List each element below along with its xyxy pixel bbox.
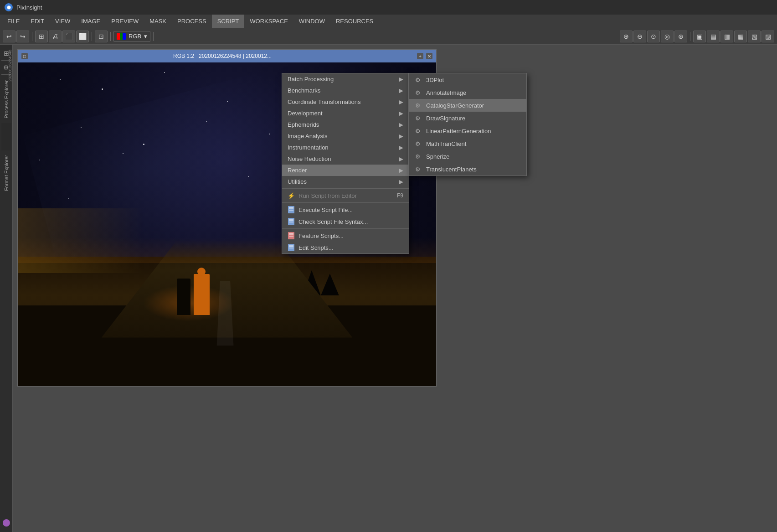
toolbar: ↩ ↪ ⊞ 🖨 ⬛ ⬜ ⊡ RGB ▾ ⊕ ⊖ ⊙ ◎ ⊛ ▣ ▤ ▥ ▦ ▧ … xyxy=(0,28,777,45)
menu-run-script[interactable]: ⚡ Run Script from Editor F9 xyxy=(282,190,409,201)
menu-divider-2 xyxy=(282,202,409,203)
toolbar-separator-1 xyxy=(32,32,32,41)
gear-icon-catalog: ⚙ xyxy=(414,102,422,109)
render-linear-pattern[interactable]: ⚙ LinearPatternGeneration xyxy=(409,124,526,137)
toolbar-separator-3 xyxy=(110,32,111,41)
toolbar-separator-4 xyxy=(153,32,154,41)
color-mode-label: RGB xyxy=(129,33,141,40)
gear-icon-spherize: ⚙ xyxy=(414,153,422,160)
image-window-titlebar: □ RGB 1:2 _20200126224548 | 2020012... 2… xyxy=(18,50,436,62)
menu-batch-processing[interactable]: Batch Processing ▶ xyxy=(282,73,409,85)
submenu-arrow: ▶ xyxy=(399,155,403,162)
submenu-arrow: ▶ xyxy=(399,178,403,185)
menu-feature-scripts[interactable]: Feature Scripts... xyxy=(282,230,409,242)
menu-image[interactable]: IMAGE xyxy=(76,15,106,28)
render-catalog-star-generator[interactable]: ⚙ CatalogStarGenerator xyxy=(409,99,526,112)
view-mode-5[interactable]: ▧ xyxy=(748,31,761,42)
redo-button[interactable]: ↪ xyxy=(16,31,29,42)
zoom-in-button[interactable]: ⊕ xyxy=(620,31,633,42)
render-spherize[interactable]: ⚙ Spherize xyxy=(409,150,526,163)
menu-noise-reduction[interactable]: Noise Reduction ▶ xyxy=(282,153,409,165)
open-button[interactable]: 🖨 xyxy=(49,31,62,42)
menu-benchmarks[interactable]: Benchmarks ▶ xyxy=(282,85,409,96)
new-image-button[interactable]: ⊞ xyxy=(35,31,48,42)
zoom-1-button[interactable]: ◎ xyxy=(661,31,674,42)
menu-workspace[interactable]: WORKSPACE xyxy=(244,15,293,28)
left-sidebar: ⊞ ⚙ Process Explorer Format Explorer xyxy=(0,45,13,532)
save-button[interactable]: ⬛ xyxy=(62,31,75,42)
color-swatch-icon[interactable] xyxy=(3,519,10,527)
submenu-arrow: ▶ xyxy=(399,121,403,128)
app-title: PixInsight xyxy=(16,4,42,11)
maximize-button[interactable]: + xyxy=(417,53,423,59)
undo-button[interactable]: ↩ xyxy=(3,31,15,42)
gear-icon-annotate: ⚙ xyxy=(414,89,422,96)
gear-icon-linear: ⚙ xyxy=(414,127,422,134)
gear-icon-math: ⚙ xyxy=(414,140,422,147)
close-button[interactable]: ⬜ xyxy=(76,31,89,42)
zoom-fit-button[interactable]: ⊙ xyxy=(647,31,660,42)
script-dropdown-menu: Batch Processing ▶ Benchmarks ▶ Coordina… xyxy=(282,73,409,254)
render-submenu: ⚙ 3DPlot ⚙ AnnotateImage ⚙ CatalogStarGe… xyxy=(408,73,527,176)
menu-window[interactable]: WINDOW xyxy=(293,15,330,28)
app-logo: ⬟ xyxy=(5,3,13,11)
menu-execute-script[interactable]: Execute Script File... xyxy=(282,204,409,216)
rgb-icon xyxy=(117,33,126,40)
menu-edit-scripts[interactable]: Edit Scripts... xyxy=(282,242,409,253)
view-mode-4[interactable]: ▦ xyxy=(734,31,747,42)
submenu-arrow: ▶ xyxy=(399,98,403,105)
person2-silhouette xyxy=(194,274,210,315)
render-draw-signature[interactable]: ⚙ DrawSignature xyxy=(409,112,526,124)
menu-render[interactable]: Render ▶ xyxy=(282,165,409,176)
menu-bar: FILE EDIT VIEW IMAGE PREVIEW MASK PROCES… xyxy=(0,15,777,28)
submenu-arrow: ▶ xyxy=(399,133,403,139)
color-mode-arrow: ▾ xyxy=(144,33,147,40)
menu-file[interactable]: FILE xyxy=(2,15,25,28)
image-window-title: RGB 1:2 _20200126224548 | 2020012... xyxy=(31,53,414,59)
view-mode-1[interactable]: ▣ xyxy=(693,31,706,42)
check-syntax-icon xyxy=(288,218,295,225)
format-explorer-label[interactable]: Format Explorer xyxy=(3,151,10,195)
menu-ephemerids[interactable]: Ephemerids ▶ xyxy=(282,119,409,130)
submenu-arrow: ▶ xyxy=(399,110,403,117)
zoom-full-button[interactable]: ⊛ xyxy=(674,31,687,42)
menu-mask[interactable]: MASK xyxy=(144,15,172,28)
submenu-arrow: ▶ xyxy=(399,167,403,174)
gear-icon-translucent: ⚙ xyxy=(414,165,422,173)
menu-coordinate-transformations[interactable]: Coordinate Transformations ▶ xyxy=(282,96,409,108)
menu-development[interactable]: Development ▶ xyxy=(282,108,409,119)
menu-edit[interactable]: EDIT xyxy=(25,15,50,28)
menu-process[interactable]: PROCESS xyxy=(172,15,212,28)
menu-preview[interactable]: PREVIEW xyxy=(106,15,144,28)
close-window-button[interactable]: ✕ xyxy=(426,53,432,59)
zoom-out-button[interactable]: ⊖ xyxy=(633,31,646,42)
render-translucent-planets[interactable]: ⚙ TranslucentPlanets xyxy=(409,163,526,176)
submenu-arrow: ▶ xyxy=(399,87,403,94)
submenu-arrow: ▶ xyxy=(399,76,403,83)
menu-utilities[interactable]: Utilities ▶ xyxy=(282,176,409,187)
edit-scripts-icon xyxy=(288,244,295,251)
execute-script-icon xyxy=(288,206,295,213)
shortcut-f9: F9 xyxy=(397,192,403,199)
render-annotate-image[interactable]: ⚙ AnnotateImage xyxy=(409,86,526,99)
gear-icon-3dplot: ⚙ xyxy=(414,76,422,83)
menu-image-analysis[interactable]: Image Analysis ▶ xyxy=(282,130,409,142)
render-3dplot[interactable]: ⚙ 3DPlot xyxy=(409,73,526,86)
view-mode-6[interactable]: ▨ xyxy=(762,31,774,42)
menu-instrumentation[interactable]: Instrumentation ▶ xyxy=(282,142,409,153)
color-mode-select[interactable]: RGB ▾ xyxy=(113,31,150,42)
menu-script[interactable]: SCRIPT xyxy=(212,15,245,28)
submenu-arrow: ▶ xyxy=(399,144,403,151)
title-bar: ⬟ PixInsight xyxy=(0,0,777,15)
view-mode-2[interactable]: ▤ xyxy=(707,31,720,42)
menu-check-syntax[interactable]: Check Script File Syntax... xyxy=(282,216,409,227)
view-mode-3[interactable]: ▥ xyxy=(720,31,733,42)
render-math-tran[interactable]: ⚙ MathTranClient xyxy=(409,137,526,150)
fit-button[interactable]: ⊡ xyxy=(95,31,108,42)
content-area: □ RGB 1:2 _20200126224548 | 2020012... 2… xyxy=(13,45,777,532)
toolbar-separator-5 xyxy=(690,32,690,41)
lightning-icon: ⚡ xyxy=(288,192,295,199)
gear-icon-draw: ⚙ xyxy=(414,114,422,122)
menu-view[interactable]: VIEW xyxy=(50,15,76,28)
menu-resources[interactable]: RESOURCES xyxy=(330,15,379,28)
